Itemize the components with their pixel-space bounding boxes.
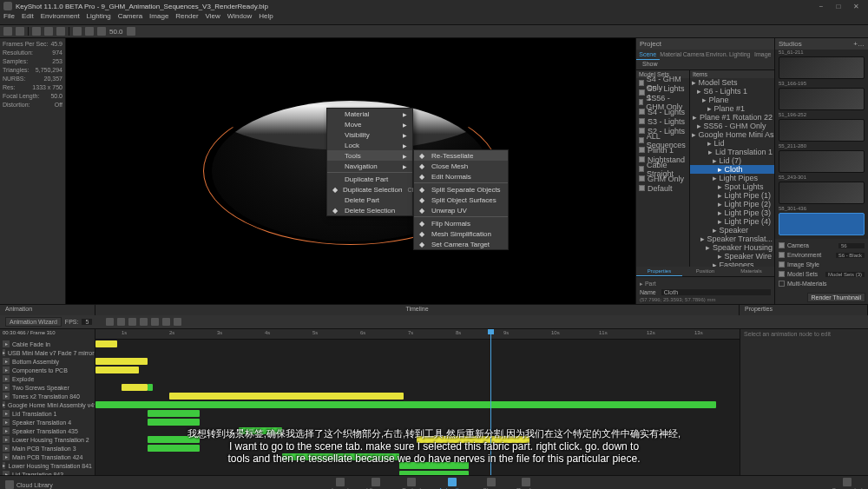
menu-item[interactable]: ◆Delete Selection [327, 205, 412, 215]
settings-icon[interactable] [174, 318, 181, 326]
modelset-item[interactable]: S4 - Lights [636, 107, 689, 116]
tree-node[interactable]: ▸ Lid Translation 1 [690, 148, 774, 156]
menu-item[interactable]: Delete Part [327, 195, 412, 205]
scale-icon[interactable] [56, 27, 65, 36]
track-item[interactable]: ▸Lower Housing Translation 841 [0, 461, 95, 470]
bottombar-project[interactable]: Project [402, 478, 421, 490]
track-item[interactable]: ▸USB Mini Male v7 Fade 7 mirror [0, 348, 95, 357]
menu-item[interactable]: Tools▶ [327, 150, 412, 161]
menu-file[interactable]: File [3, 12, 15, 24]
step-back-icon[interactable] [117, 318, 125, 326]
ptab-materials[interactable]: Materials [728, 267, 774, 276]
tab-scene[interactable]: Scene [636, 50, 660, 60]
tab-material[interactable]: Material [660, 50, 683, 60]
menu-item[interactable]: ◆Mesh Simplification [414, 228, 508, 239]
studio-option[interactable]: Image Style [779, 260, 865, 269]
bottombar-share[interactable]: Share [483, 478, 499, 490]
tree-node[interactable]: ▸ Spot Lights [690, 182, 774, 191]
studios-add-button[interactable]: +… [853, 40, 865, 48]
show-label[interactable]: Show [640, 60, 661, 69]
tree-node[interactable]: ▸ Fasteners [690, 261, 774, 267]
menu-camera[interactable]: Camera [118, 12, 142, 24]
zoom-icon[interactable] [97, 27, 106, 36]
animation-clip[interactable] [95, 358, 148, 365]
pan-icon[interactable] [73, 27, 82, 36]
viewport-3d[interactable]: Material▶Move▶Visibility▶Lock▶Tools▶Navi… [66, 38, 635, 304]
track-item[interactable]: ▸Explode [0, 374, 95, 383]
track-item[interactable]: ▸Bottom Assembly [0, 357, 95, 366]
tree-node[interactable]: ▸ Speaker Translat... [690, 235, 774, 243]
menu-lighting[interactable]: Lighting [87, 12, 111, 24]
cursor-icon[interactable] [32, 27, 41, 36]
menu-item[interactable]: Material▶ [327, 109, 412, 119]
menu-help[interactable]: Help [259, 12, 273, 24]
tree-node[interactable]: ▸ Speaker Wire [690, 252, 774, 261]
animation-clip[interactable] [169, 393, 404, 400]
studio-option[interactable]: Camera56 [779, 241, 865, 250]
menu-window[interactable]: Window [227, 12, 252, 24]
tree-node[interactable]: ▸ Light Pipe (1) [690, 191, 774, 200]
redo-icon[interactable] [16, 27, 24, 36]
skip-end-icon[interactable] [151, 318, 159, 326]
loop-icon[interactable] [162, 318, 170, 326]
tree-node[interactable]: ▸ Speaker Housing [690, 243, 774, 252]
studio-thumbnail[interactable] [779, 182, 865, 204]
menu-image[interactable]: Image [149, 12, 168, 24]
track-item[interactable]: ▸Main PCB Translation 424 [0, 453, 95, 461]
animation-wizard-button[interactable]: Animation Wizard [5, 317, 62, 327]
tree-node[interactable]: ▸ Plane #1 [690, 104, 774, 113]
studio-thumbnail[interactable] [779, 213, 865, 235]
modelset-item[interactable]: GHM Only [636, 174, 689, 183]
modelset-item[interactable]: SS56 - GHM Only [636, 97, 689, 107]
tree-node[interactable]: ▸ Light Pipes [690, 174, 774, 182]
animation-clip[interactable] [148, 410, 200, 417]
track-item[interactable]: ▸Speaker Translation 435 [0, 426, 95, 435]
studio-thumbnail[interactable] [779, 88, 865, 110]
tab-image[interactable]: Image [752, 50, 775, 60]
cloud-icon[interactable] [5, 480, 14, 489]
menu-item[interactable]: Lock▶ [327, 140, 412, 150]
track-item[interactable]: ▸Tones x2 Translation 840 [0, 392, 95, 400]
fps-field[interactable]: 5 [82, 319, 92, 325]
tab-camera[interactable]: Camera [682, 50, 706, 60]
ptab-position[interactable]: Position [682, 267, 728, 276]
tab-environ.[interactable]: Environ. [706, 50, 729, 60]
menu-item[interactable]: ◆Edit Normals [414, 171, 508, 182]
menu-item[interactable]: ◆Split Object Surfaces [414, 195, 508, 205]
bottombar-import[interactable]: Import [332, 478, 349, 490]
studio-thumbnail[interactable] [779, 119, 865, 142]
studio-option[interactable]: Multi-Materials [779, 279, 865, 288]
tree-node[interactable]: ▸ Light Pipe (4) [690, 217, 774, 226]
modelset-item[interactable]: Default [636, 183, 689, 193]
rotate-icon[interactable] [85, 27, 94, 36]
tree-node[interactable]: ▸ Lid [690, 139, 774, 148]
menu-edit[interactable]: Edit [22, 12, 34, 24]
animation-clip[interactable] [95, 401, 716, 408]
play-icon[interactable] [128, 318, 136, 326]
menu-item[interactable]: ◆Flip Normals [414, 218, 508, 228]
menu-item[interactable]: Visibility▶ [327, 129, 412, 140]
track-item[interactable]: ▸Two Screws Speaker [0, 383, 95, 392]
bottombar-animation[interactable]: Animation [438, 478, 465, 490]
modelset-item[interactable]: Cable Straight [636, 164, 689, 174]
screenshot-button[interactable]: Screenshot [832, 478, 863, 490]
tree-node[interactable]: ▸ SS56 - GHM Only [690, 122, 774, 130]
skip-start-icon[interactable] [106, 318, 114, 326]
menu-item[interactable]: Move▶ [327, 119, 412, 129]
tree-node[interactable]: ▸ Speaker [690, 226, 774, 235]
tree-node[interactable]: ▸ Plane #1 Rotation 22 [690, 113, 774, 122]
menu-environment[interactable]: Environment [41, 12, 80, 24]
bottombar-render[interactable]: Render [516, 478, 536, 490]
grid-icon[interactable] [127, 27, 135, 36]
studio-thumbnail[interactable] [779, 150, 865, 173]
track-item[interactable]: ▸Main PCB Translation 3 [0, 444, 95, 453]
menu-item[interactable]: ◆Duplicate SelectionCtrl+W [327, 184, 412, 195]
timeline-ruler[interactable]: 1s2s3s4s5s6s7s8s9s10s11s12s13s [95, 329, 740, 340]
track-item[interactable]: ▸Lower Housing Translation 2 [0, 435, 95, 444]
track-item[interactable]: ▸Lid Translation 1 [0, 409, 95, 418]
menu-item[interactable]: Navigation▶ [327, 161, 412, 171]
tab-lighting[interactable]: Lighting [728, 50, 752, 60]
menu-item[interactable]: ◆Unwrap UV [414, 205, 508, 215]
tree-node[interactable]: ▸ Light Pipe (3) [690, 208, 774, 217]
studio-option[interactable]: EnvironmentS6 - Black [779, 250, 865, 260]
